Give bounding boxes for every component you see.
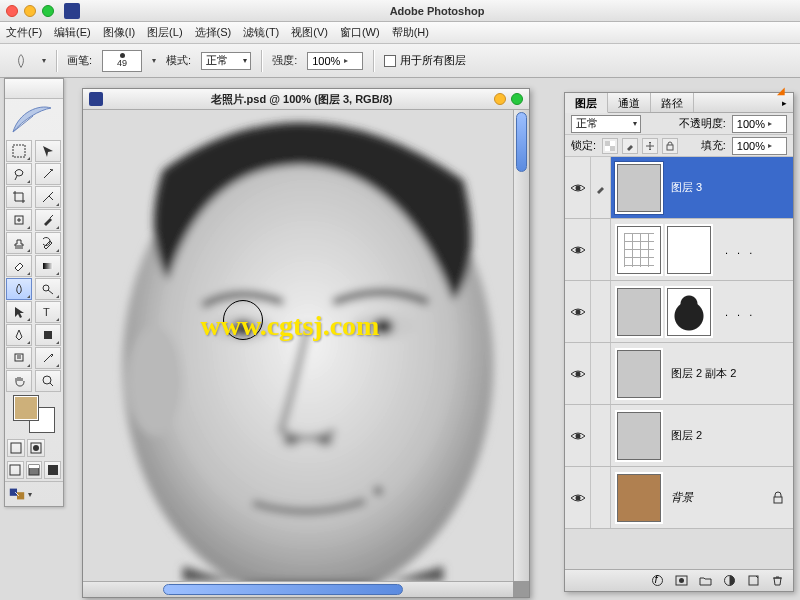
layer-mask-button[interactable] — [673, 573, 689, 589]
layer-thumbnail[interactable] — [617, 474, 661, 522]
magic-wand-tool[interactable] — [35, 163, 61, 185]
layer-row[interactable]: 图层 2 副本 2 — [565, 343, 793, 405]
lock-pixels-button[interactable] — [622, 138, 638, 154]
menu-filter[interactable]: 滤镜(T) — [243, 25, 279, 40]
all-layers-checkbox[interactable]: 用于所有图层 — [384, 53, 466, 68]
menu-layer[interactable]: 图层(L) — [147, 25, 182, 40]
menu-help[interactable]: 帮助(H) — [392, 25, 429, 40]
slice-tool[interactable] — [35, 186, 61, 208]
link-toggle[interactable] — [591, 281, 611, 342]
pen-tool[interactable] — [6, 324, 32, 346]
type-tool[interactable]: T — [35, 301, 61, 323]
history-brush-tool[interactable] — [35, 232, 61, 254]
window-zoom-button[interactable] — [42, 5, 54, 17]
dodge-tool[interactable] — [35, 278, 61, 300]
foreground-color[interactable] — [13, 395, 39, 421]
visibility-toggle[interactable] — [565, 219, 591, 280]
layer-thumbnail[interactable] — [617, 164, 661, 212]
layer-thumbnail[interactable] — [617, 350, 661, 398]
lock-all-button[interactable] — [662, 138, 678, 154]
link-toggle[interactable] — [591, 467, 611, 528]
document-zoom-button[interactable] — [511, 93, 523, 105]
layer-row[interactable]: . . . — [565, 219, 793, 281]
zoom-tool[interactable] — [35, 370, 61, 392]
scrollbar-thumb[interactable] — [163, 584, 403, 595]
layer-name[interactable]: 图层 2 副本 2 — [667, 366, 736, 381]
menu-edit[interactable]: 编辑(E) — [54, 25, 91, 40]
crop-tool[interactable] — [6, 186, 32, 208]
current-tool-icon[interactable] — [10, 50, 32, 72]
layer-style-button[interactable]: f — [649, 573, 665, 589]
layer-thumbnail[interactable] — [617, 412, 661, 460]
visibility-toggle[interactable] — [565, 405, 591, 466]
screen-full-button[interactable] — [44, 461, 61, 479]
visibility-toggle[interactable] — [565, 467, 591, 528]
layer-thumbnail[interactable] — [667, 226, 711, 274]
lock-position-button[interactable] — [642, 138, 658, 154]
document-minimize-button[interactable] — [494, 93, 506, 105]
healing-brush-tool[interactable] — [6, 209, 32, 231]
blur-tool[interactable] — [6, 278, 32, 300]
screen-menubar-button[interactable] — [26, 461, 43, 479]
layer-row[interactable]: . . . — [565, 281, 793, 343]
horizontal-scrollbar[interactable] — [83, 581, 513, 597]
gradient-tool[interactable] — [35, 255, 61, 277]
menu-select[interactable]: 选择(S) — [195, 25, 232, 40]
brush-picker[interactable]: 49 — [102, 50, 142, 72]
lock-transparency-button[interactable] — [602, 138, 618, 154]
menu-file[interactable]: 文件(F) — [6, 25, 42, 40]
opacity-input[interactable]: 100%▸ — [732, 115, 787, 133]
brush-tool[interactable] — [35, 209, 61, 231]
vertical-scrollbar[interactable] — [513, 110, 529, 581]
layer-row[interactable]: 背景 — [565, 467, 793, 529]
window-minimize-button[interactable] — [24, 5, 36, 17]
move-tool[interactable] — [35, 140, 61, 162]
tool-preset-dropdown-icon[interactable]: ▾ — [42, 56, 46, 65]
layer-name[interactable]: 背景 — [667, 490, 693, 505]
fill-input[interactable]: 100%▸ — [732, 137, 787, 155]
visibility-toggle[interactable] — [565, 343, 591, 404]
standard-mode-button[interactable] — [7, 439, 25, 457]
layer-thumbnail[interactable] — [617, 288, 661, 336]
window-close-button[interactable] — [6, 5, 18, 17]
eyedropper-tool[interactable] — [35, 347, 61, 369]
jump-to-imageready[interactable]: ▾ — [5, 481, 63, 506]
stamp-tool[interactable] — [6, 232, 32, 254]
menu-view[interactable]: 视图(V) — [291, 25, 328, 40]
shape-tool[interactable] — [35, 324, 61, 346]
new-layer-button[interactable] — [745, 573, 761, 589]
lasso-tool[interactable] — [6, 163, 32, 185]
layer-thumbnail[interactable] — [617, 226, 661, 274]
link-toggle[interactable] — [591, 219, 611, 280]
link-toggle[interactable] — [591, 405, 611, 466]
document-titlebar[interactable]: 老照片.psd @ 100% (图层 3, RGB/8) — [83, 89, 529, 110]
notes-tool[interactable] — [6, 347, 32, 369]
visibility-toggle[interactable] — [565, 281, 591, 342]
hand-tool[interactable] — [6, 370, 32, 392]
delete-layer-button[interactable] — [769, 573, 785, 589]
menu-window[interactable]: 窗口(W) — [340, 25, 380, 40]
brush-dropdown-icon[interactable]: ▾ — [152, 56, 156, 65]
link-toggle[interactable] — [591, 157, 611, 218]
scrollbar-thumb[interactable] — [516, 112, 527, 172]
quickmask-mode-button[interactable] — [27, 439, 45, 457]
new-adjustment-button[interactable] — [721, 573, 737, 589]
layer-thumbnail[interactable] — [667, 288, 711, 336]
layer-name[interactable]: 图层 2 — [667, 428, 702, 443]
visibility-toggle[interactable] — [565, 157, 591, 218]
link-toggle[interactable] — [591, 343, 611, 404]
screen-standard-button[interactable] — [7, 461, 24, 479]
tab-layers[interactable]: 图层 — [565, 93, 608, 113]
layer-row[interactable]: 图层 2 — [565, 405, 793, 467]
layer-row[interactable]: 图层 3 — [565, 157, 793, 219]
panel-grip-icon[interactable]: ◢ — [777, 85, 785, 96]
tab-paths[interactable]: 路径 — [651, 93, 694, 112]
menu-image[interactable]: 图像(I) — [103, 25, 135, 40]
canvas[interactable]: www.cgtsj.com — [83, 110, 513, 581]
layer-name[interactable]: 图层 3 — [667, 180, 702, 195]
marquee-tool[interactable] — [6, 140, 32, 162]
path-select-tool[interactable] — [6, 301, 32, 323]
eraser-tool[interactable] — [6, 255, 32, 277]
new-set-button[interactable] — [697, 573, 713, 589]
toolbox-header[interactable] — [5, 79, 63, 99]
